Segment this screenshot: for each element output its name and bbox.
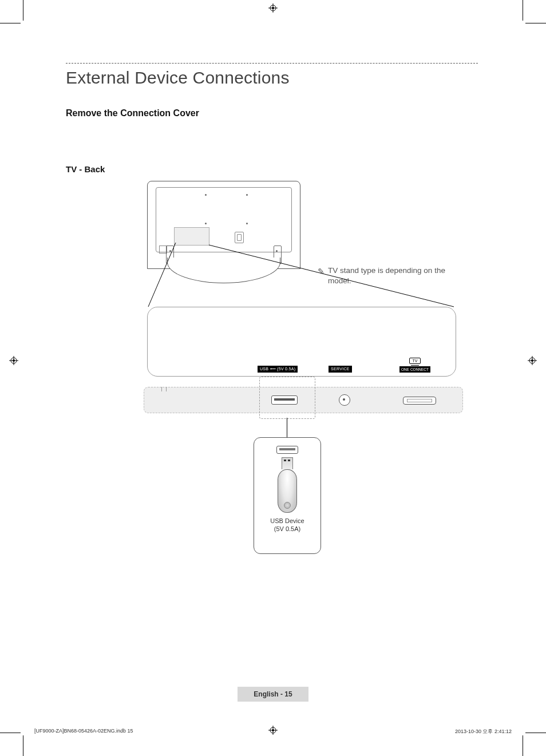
usb-device-callout: USB Device (5V 0.5A) (254, 437, 321, 554)
service-port-icon (339, 394, 350, 406)
registration-mark-icon (268, 3, 278, 13)
svg-line-16 (148, 243, 176, 307)
page-content: External Device Connections Remove the C… (66, 63, 478, 564)
page-title: External Device Connections (66, 68, 478, 88)
crop-mark (23, 0, 23, 21)
usb-caption-line2: (5V 0.5A) (274, 525, 300, 532)
callout-line (287, 418, 287, 437)
registration-mark-icon (9, 356, 18, 365)
crop-mark (525, 733, 546, 733)
one-connect-label: TV ONE CONNECT (399, 358, 430, 373)
footer-language: English (254, 690, 278, 698)
one-connect-text: ONE CONNECT (399, 366, 430, 373)
usb-slot-icon (276, 446, 298, 454)
crop-mark (523, 735, 523, 756)
registration-mark-icon (268, 726, 278, 735)
footer-meta-left: [UF9000-ZA]BN68-05426A-02ENG.indb 15 (34, 728, 133, 734)
usb-highlight-box (259, 377, 315, 419)
usb-stick-icon (278, 457, 297, 513)
crop-mark (0, 23, 21, 23)
crop-mark (523, 0, 523, 21)
usb-port-label: USB ⟵ (5V 0.5A) (258, 366, 298, 373)
crop-mark (0, 733, 21, 733)
page-footer: English - 15 (0, 687, 546, 702)
svg-line-17 (209, 245, 454, 307)
section-heading: Remove the Connection Cover (66, 108, 478, 118)
footer-page-number: 15 (284, 690, 292, 698)
connector-panel: USB ⟵ (5V 0.5A) SERVICE TV ONE CONNECT (147, 307, 456, 377)
one-connect-tv-icon: TV (409, 358, 421, 364)
registration-mark-icon (528, 356, 537, 365)
section-divider (66, 63, 478, 64)
footer-meta-right: 2013-10-30 오후 2:41:12 (455, 728, 512, 735)
one-connect-port-icon (403, 397, 436, 405)
subsection-heading: TV - Back (66, 164, 478, 174)
callout-lines (147, 243, 456, 317)
crop-mark (23, 735, 23, 756)
service-port-label: SERVICE (329, 366, 352, 373)
tv-back-diagram: ✎ TV stand type is depending on the mode… (106, 181, 472, 564)
usb-caption-line1: USB Device (270, 517, 304, 524)
crop-mark (525, 23, 546, 23)
usb-caption: USB Device (5V 0.5A) (254, 517, 321, 533)
